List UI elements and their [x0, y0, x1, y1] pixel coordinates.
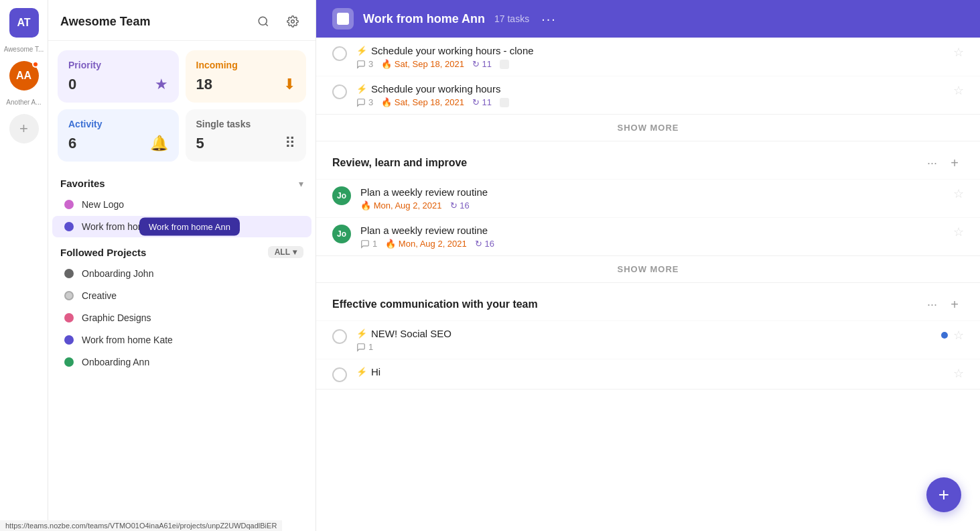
task-date: 🔥 Sat, Sep 18, 2021 [381, 59, 464, 69]
task-meta: 🔥 Mon, Aug 2, 2021 ↻ 16 [360, 200, 944, 211]
single-label: Single tasks [196, 119, 296, 129]
team-label: Awesome T... [4, 46, 44, 53]
task-item[interactable]: ⚡ Schedule your working hours 3 🔥 Sat, S… [316, 76, 980, 114]
star-button[interactable]: ☆ [953, 186, 964, 201]
task-comment-count: 1 [356, 342, 373, 352]
group-more-button-3[interactable]: ··· [927, 298, 937, 312]
sidebar-item-creative[interactable]: Creative [52, 285, 311, 306]
sidebar-header: Awesome Team [48, 0, 316, 41]
task-group-3-title: Effective communication with your team [332, 298, 538, 310]
sidebar-item-work-from-home[interactable]: Work from home Work from home Ann [52, 216, 311, 237]
activity-count: 6 [68, 135, 76, 152]
task-recur: ↻ 16 [450, 200, 470, 211]
nav-dot-onboarding-john [64, 269, 74, 278]
task-tag [500, 60, 509, 69]
svg-line-1 [265, 23, 267, 25]
task-meta: 1 🔥 Mon, Aug 2, 2021 ↻ 16 [360, 239, 944, 249]
task-meta: 1 [356, 342, 932, 352]
add-team-button[interactable]: + [9, 114, 39, 143]
group-add-button-3[interactable]: + [945, 295, 964, 314]
task-avatar: Jo [332, 225, 351, 243]
activity-card[interactable]: Activity 6 🔔 [58, 109, 179, 162]
task-content: ⚡ Schedule your working hours - clone 3 … [316, 38, 980, 531]
followed-projects-header: Followed Projects ALL ▾ [48, 238, 316, 262]
task-checkbox[interactable] [332, 84, 347, 99]
notification-dot [32, 61, 39, 68]
task-date: 🔥 Mon, Aug 2, 2021 [385, 239, 467, 249]
star-button[interactable]: ☆ [953, 366, 964, 381]
task-meta: 3 🔥 Sat, Sep 18, 2021 ↻ 11 [356, 97, 944, 107]
task-checkbox[interactable] [332, 46, 347, 61]
project-more-button[interactable]: ··· [541, 11, 557, 27]
nav-dot-new-logo [64, 200, 74, 209]
content-area: Work from home Ann 17 tasks ··· ⚡ Schedu… [316, 0, 980, 531]
task-item[interactable]: ⚡ NEW! Social SEO 1 ☆ [316, 320, 980, 359]
task-comment-count: 3 [356, 97, 373, 107]
sidebar-icons [253, 11, 303, 32]
group-more-button[interactable]: ··· [927, 156, 937, 170]
sidebar-scroll: Favorites ▾ New Logo Work from home Work… [48, 167, 316, 531]
fab-add-button[interactable]: + [926, 477, 961, 512]
priority-count: 0 [68, 76, 76, 93]
task-tag [500, 98, 509, 107]
project-icon-inner [337, 13, 349, 25]
all-filter-button[interactable]: ALL ▾ [268, 246, 303, 258]
task-recur: ↻ 16 [475, 239, 494, 249]
task-comment-count: 3 [356, 59, 373, 69]
priority-card[interactable]: Priority 0 ★ [58, 50, 179, 103]
favorites-section-header: Favorites ▾ [48, 171, 316, 193]
show-more-button[interactable]: SHOW MORE [316, 114, 980, 141]
sidebar-item-onboarding-john[interactable]: Onboarding John [52, 263, 311, 284]
sidebar-item-work-from-home-kate[interactable]: Work from home Kate [52, 329, 311, 351]
team-avatar[interactable]: AT [9, 8, 39, 38]
sidebar-item-new-logo[interactable]: New Logo [52, 194, 311, 215]
task-body: Plan a weekly review routine 1 🔥 Mon, Au… [360, 225, 944, 249]
nav-label-graphic-designs: Graphic Designs [82, 312, 151, 323]
group-add-button[interactable]: + [945, 154, 964, 172]
avatar-column: AT Awesome T... AA Another A... + [0, 0, 48, 531]
task-group-2-header: Review, learn and improve ··· + [316, 141, 980, 179]
nav-label-creative: Creative [82, 290, 117, 301]
incoming-label: Incoming [196, 60, 296, 70]
show-more-button-2[interactable]: SHOW MORE [316, 255, 980, 282]
star-button[interactable]: ☆ [953, 45, 964, 60]
sidebar-title: Awesome Team [60, 15, 150, 29]
sidebar-item-graphic-designs[interactable]: Graphic Designs [52, 307, 311, 329]
work-from-home-tooltip: Work from home Ann [139, 218, 240, 236]
sidebar-item-onboarding-ann[interactable]: Onboarding Ann [52, 351, 311, 373]
nav-dot-graphic-designs [64, 313, 74, 322]
nav-dot-onboarding-ann [64, 357, 74, 367]
task-checkbox[interactable] [332, 367, 347, 382]
task-group-1: ⚡ Schedule your working hours - clone 3 … [316, 38, 980, 141]
task-name: Plan a weekly review routine [360, 225, 488, 236]
user-avatar[interactable]: AA [9, 61, 39, 91]
priority-label: Priority [68, 60, 168, 70]
star-button[interactable]: ☆ [953, 225, 964, 239]
priority-icon: ⚡ [356, 329, 367, 339]
star-button[interactable]: ☆ [953, 83, 964, 98]
task-name: Schedule your working hours [371, 83, 500, 95]
task-name: Hi [371, 366, 380, 377]
star-button[interactable]: ☆ [953, 328, 964, 343]
single-count: 5 [196, 135, 204, 152]
activity-label: Activity [68, 119, 168, 129]
task-date: 🔥 Sat, Sep 18, 2021 [381, 97, 464, 107]
task-body: ⚡ Schedule your working hours - clone 3 … [356, 45, 944, 69]
url-bar: https://teams.nozbe.com/teams/VTMO01O4in… [0, 520, 282, 531]
task-item[interactable]: ⚡ Schedule your working hours - clone 3 … [316, 38, 980, 76]
favorites-collapse-btn[interactable]: ▾ [299, 178, 303, 189]
task-checkbox[interactable] [332, 329, 347, 344]
inbox-icon: ⬇ [283, 76, 295, 93]
settings-button[interactable] [282, 11, 303, 32]
task-group-2-title: Review, learn and improve [332, 157, 467, 169]
search-button[interactable] [253, 11, 274, 32]
task-item[interactable]: Jo Plan a weekly review routine 🔥 Mon, A… [316, 179, 980, 217]
task-item[interactable]: Jo Plan a weekly review routine 1 🔥 Mon,… [316, 217, 980, 255]
task-item[interactable]: ⚡ Hi ☆ [316, 359, 980, 389]
task-body: ⚡ NEW! Social SEO 1 [356, 328, 932, 352]
nav-dot-work-from-home-kate [64, 335, 74, 345]
priority-icon: ⚡ [356, 84, 367, 94]
single-tasks-card[interactable]: Single tasks 5 ⠿ [186, 109, 307, 162]
incoming-card[interactable]: Incoming 18 ⬇ [186, 50, 307, 103]
favorites-title: Favorites [60, 178, 105, 189]
